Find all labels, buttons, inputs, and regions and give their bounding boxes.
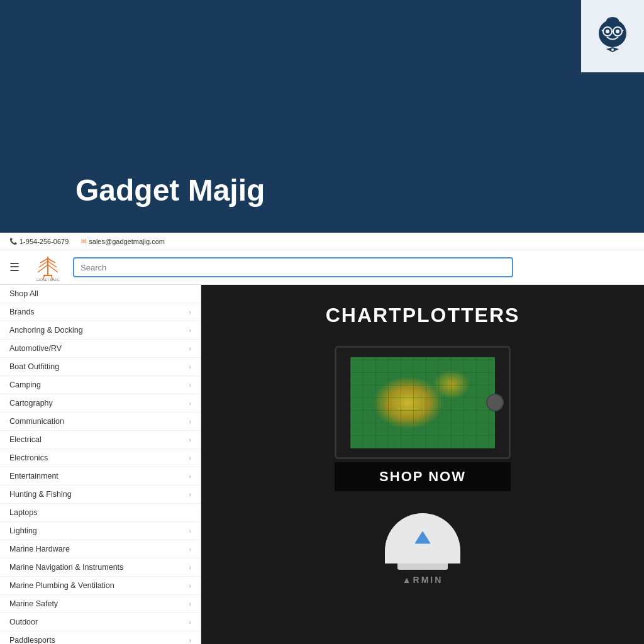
nav-item-label: Marine Plumbing & Ventilation <box>9 581 114 590</box>
chevron-right-icon: › <box>189 619 191 626</box>
chevron-right-icon: › <box>189 546 191 553</box>
site-navigation: Shop AllBrands›Anchoring & Docking›Autom… <box>0 285 201 644</box>
chevron-right-icon: › <box>189 637 191 644</box>
chevron-right-icon: › <box>189 400 191 407</box>
website-screenshot: 📞 1-954-256-0679 ✉ sales@gadgetmajig.com… <box>0 233 644 644</box>
search-input[interactable] <box>73 257 513 277</box>
chevron-right-icon: › <box>189 364 191 370</box>
chevron-right-icon: › <box>189 436 191 443</box>
map-grid-lines <box>350 357 495 448</box>
chevron-right-icon: › <box>189 345 191 352</box>
nav-item-label: Paddlesports <box>9 636 55 644</box>
nav-item[interactable]: Entertainment› <box>0 467 201 486</box>
nav-item-label: Cartography <box>9 399 53 408</box>
nav-item[interactable]: Marine Safety› <box>0 595 201 613</box>
chevron-right-icon: › <box>189 582 191 589</box>
site-logo-icon: GADGET MAJIG <box>34 253 62 282</box>
svg-line-16 <box>48 265 58 272</box>
nav-item[interactable]: Marine Navigation & Instruments› <box>0 558 201 577</box>
chevron-right-icon: › <box>189 491 191 498</box>
nav-item-label: Camping <box>9 380 41 389</box>
svg-point-6 <box>606 30 609 33</box>
nav-item[interactable]: Boat Outfitting› <box>0 358 201 376</box>
nav-item[interactable]: Automotive/RV› <box>0 340 201 358</box>
nav-item[interactable]: Marine Hardware› <box>0 540 201 558</box>
phone-number: 1-954-256-0679 <box>19 238 69 245</box>
nav-item-label: Electrical <box>9 435 42 444</box>
nav-item-label: Electronics <box>9 453 48 462</box>
nav-item-label: Marine Navigation & Instruments <box>9 563 123 572</box>
nav-item[interactable]: Electrical› <box>0 431 201 449</box>
nav-item[interactable]: Communication› <box>0 413 201 431</box>
nav-item[interactable]: Cartography› <box>0 394 201 413</box>
garmin-satellite-container: ▲RMIN <box>385 504 460 585</box>
svg-point-9 <box>611 48 614 51</box>
promo-banner: CHARTPLOTTERS SHOP NOW <box>201 285 644 644</box>
nav-item-label: Outdoor <box>9 618 38 626</box>
nav-item-label: Entertainment <box>9 472 58 480</box>
nav-item[interactable]: Camping› <box>0 376 201 394</box>
device-screen <box>350 357 495 448</box>
chevron-right-icon: › <box>189 564 191 571</box>
garmin-triangle-logo <box>413 530 432 545</box>
chevron-right-icon: › <box>189 601 191 608</box>
nav-item-label: Shop All <box>9 289 38 298</box>
promo-content: CHARTPLOTTERS SHOP NOW <box>201 285 644 644</box>
chevron-right-icon: › <box>189 455 191 462</box>
nav-item-label: Hunting & Fishing <box>9 490 72 499</box>
logo-box <box>581 0 644 72</box>
site-logo: GADGET MAJIG <box>29 253 67 282</box>
svg-text:GADGET MAJIG: GADGET MAJIG <box>36 278 60 282</box>
chevron-right-icon: › <box>189 327 191 334</box>
nav-item[interactable]: Brands› <box>0 303 201 321</box>
page-title: Gadget Majig <box>0 173 644 214</box>
garmin-brand-label: ▲RMIN <box>402 575 443 585</box>
svg-point-7 <box>616 30 619 33</box>
svg-line-15 <box>38 265 48 272</box>
shop-now-button[interactable]: SHOP NOW <box>335 462 511 491</box>
site-header: ☰ GADGET MAJIG <box>0 250 644 285</box>
promo-title: CHARTPLOTTERS <box>326 304 520 327</box>
top-section: Gadget Majig <box>0 0 644 233</box>
topbar-email: ✉ sales@gadgetmajig.com <box>81 238 165 245</box>
nav-item[interactable]: Paddlesports› <box>0 631 201 644</box>
svg-marker-21 <box>415 531 430 543</box>
chevron-right-icon: › <box>189 309 191 316</box>
nav-item[interactable]: Laptops <box>0 504 201 522</box>
email-icon: ✉ <box>81 238 86 245</box>
nav-item-label: Boat Outfitting <box>9 362 59 371</box>
nav-item-label: Automotive/RV <box>9 344 62 353</box>
mascot-icon <box>591 14 635 58</box>
nav-item[interactable]: Electronics› <box>0 449 201 467</box>
nav-item[interactable]: Marine Plumbing & Ventilation› <box>0 577 201 595</box>
chartplotter-device <box>335 346 511 459</box>
device-knob <box>486 394 504 411</box>
chevron-right-icon: › <box>189 528 191 535</box>
nav-item[interactable]: Outdoor› <box>0 613 201 631</box>
hamburger-menu-icon[interactable]: ☰ <box>6 257 23 277</box>
nav-item-label: Marine Hardware <box>9 545 70 553</box>
nav-item-label: Marine Safety <box>9 599 58 608</box>
nav-item[interactable]: Anchoring & Docking› <box>0 321 201 340</box>
chevron-right-icon: › <box>189 382 191 389</box>
email-address: sales@gadgetmajig.com <box>89 238 165 245</box>
chevron-right-icon: › <box>189 418 191 425</box>
garmin-dome <box>385 513 460 564</box>
site-topbar: 📞 1-954-256-0679 ✉ sales@gadgetmajig.com <box>0 233 644 250</box>
nav-item-label: Communication <box>9 417 64 426</box>
nav-item[interactable]: Hunting & Fishing› <box>0 486 201 504</box>
phone-icon: 📞 <box>9 238 17 245</box>
site-main: Shop AllBrands›Anchoring & Docking›Autom… <box>0 285 644 644</box>
nav-item-label: Anchoring & Docking <box>9 326 83 335</box>
nav-item-label: Laptops <box>9 508 37 517</box>
topbar-phone: 📞 1-954-256-0679 <box>9 238 69 245</box>
nav-item[interactable]: Lighting› <box>0 522 201 540</box>
nav-item[interactable]: Shop All <box>0 285 201 303</box>
nav-item-label: Lighting <box>9 526 37 535</box>
nav-item-label: Brands <box>9 308 35 316</box>
chevron-right-icon: › <box>189 473 191 480</box>
device-container: SHOP NOW <box>335 346 511 491</box>
